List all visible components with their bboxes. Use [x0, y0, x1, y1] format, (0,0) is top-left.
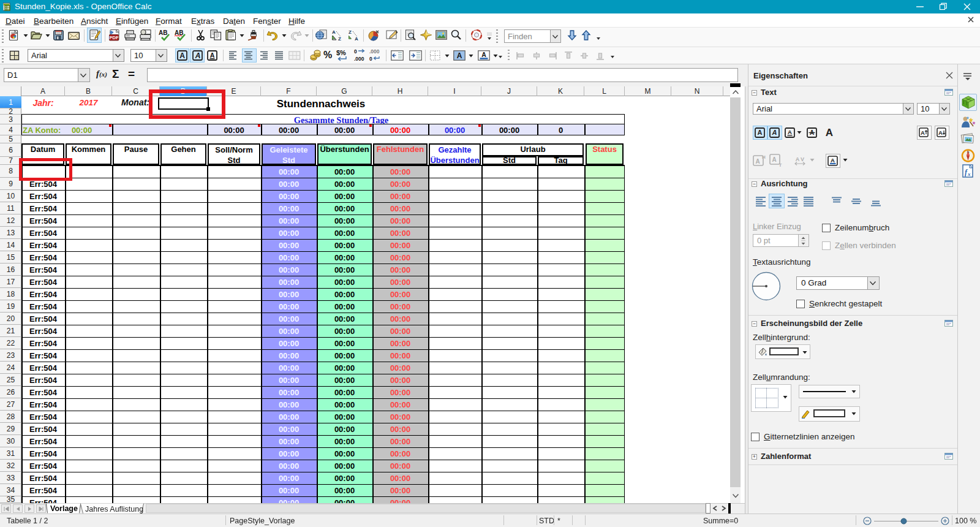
svg-text:N: N: [967, 150, 970, 154]
svg-text:A: A: [758, 129, 763, 136]
svg-text:H: H: [762, 154, 766, 160]
svg-text:A: A: [938, 129, 943, 136]
svg-text:A: A: [788, 129, 792, 135]
svg-text:A: A: [195, 51, 201, 60]
svg-text:A: A: [831, 157, 835, 164]
svg-text:PDF: PDF: [110, 35, 119, 40]
svg-text:A: A: [772, 129, 777, 136]
svg-text:A: A: [332, 29, 336, 35]
svg-text:0: 0: [369, 56, 372, 62]
svg-text:A: A: [179, 51, 185, 60]
svg-text:$%: $%: [336, 49, 346, 56]
svg-text:0: 0: [354, 48, 357, 55]
svg-text:Z: Z: [338, 36, 341, 41]
svg-text:A: A: [210, 51, 215, 59]
svg-text:A: A: [921, 129, 925, 136]
svg-text:.000: .000: [369, 48, 380, 55]
svg-text:A: A: [457, 51, 462, 60]
svg-text:Z: Z: [349, 29, 352, 35]
svg-text:A: A: [355, 36, 358, 41]
svg-text:A: A: [826, 127, 833, 138]
svg-text:V: V: [801, 156, 804, 162]
svg-text:T: T: [779, 162, 782, 167]
svg-text:A: A: [481, 51, 486, 58]
svg-text:.000: .000: [354, 56, 364, 62]
svg-text:AB: AB: [159, 29, 167, 36]
svg-text:x: x: [967, 171, 971, 177]
svg-text:A: A: [772, 156, 776, 163]
svg-text:A: A: [796, 156, 800, 162]
svg-text:A: A: [755, 158, 760, 165]
